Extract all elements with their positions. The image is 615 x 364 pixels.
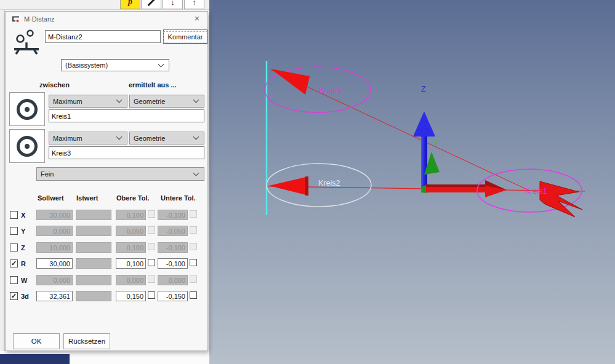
- untere-tol-R[interactable]: -0,100: [158, 258, 188, 269]
- comment-button[interactable]: Kommentar: [163, 30, 207, 44]
- untere-tol-checkbox-W: [190, 275, 197, 283]
- feature2-mode-select[interactable]: Maximum: [49, 132, 127, 144]
- untere-tol-checkbox-Z: [190, 243, 197, 250]
- tolerance-class-value: Fein: [37, 170, 194, 178]
- z-axis-label: Z: [421, 85, 426, 93]
- measurement-name-input[interactable]: [45, 30, 161, 43]
- sollwert-R[interactable]: 30,000: [36, 258, 73, 269]
- sollwert-3d[interactable]: 32,361: [36, 291, 73, 301]
- sollwert-Z: 10,000: [36, 242, 73, 253]
- tolerance-class-select[interactable]: Fein: [36, 167, 204, 181]
- pen-icon: [147, 0, 155, 6]
- istwert-W: [76, 275, 111, 285]
- chevron-down-icon: [193, 97, 199, 103]
- dialog-titlebar[interactable]: M-Distanz ×: [6, 12, 207, 26]
- row-label-R: R: [21, 260, 26, 267]
- obere-tol-X: 0,100: [116, 210, 146, 220]
- arrow-down-button[interactable]: ↓: [163, 0, 183, 9]
- z-axis-cone: [413, 111, 435, 136]
- row-checkbox-Y[interactable]: [10, 227, 18, 235]
- tolerance-row-3d: ✓3d32,3610,150-0,150: [6, 291, 209, 302]
- 3d-scene: Kreis3 Kreis2 Z Y Kreis1: [209, 0, 615, 364]
- coordinate-system-value: (Basissystem): [62, 61, 159, 69]
- feature2-source-value: Geometrie: [130, 135, 194, 142]
- row-label-Y: Y: [21, 228, 25, 235]
- pen-button[interactable]: [141, 0, 161, 9]
- obere-tol-W: 0,000: [116, 275, 146, 285]
- obere-tol-checkbox-3d[interactable]: [148, 291, 155, 299]
- obere-tol-checkbox-Z: [148, 243, 155, 250]
- kreis2-arrow-base-shade: [305, 176, 308, 196]
- feature2-button[interactable]: [9, 129, 45, 163]
- kreis2-normal-arrow: [269, 176, 308, 196]
- tolerance-row-X: X30,0000,100-0,100: [6, 210, 209, 221]
- untere-tol-3d[interactable]: -0,150: [158, 291, 188, 301]
- header-sollwert: Sollwert: [38, 194, 64, 202]
- untere-tol-checkbox-R[interactable]: [190, 259, 197, 266]
- chevron-down-icon: [116, 97, 123, 103]
- toolbar: p ↓ ↑: [120, 0, 204, 9]
- kreis3-label[interactable]: Kreis3: [319, 87, 340, 95]
- obere-tol-3d[interactable]: 0,150: [116, 291, 146, 301]
- chevron-down-icon: [116, 134, 123, 140]
- background-window-fragment: [0, 354, 70, 364]
- arrow-up-button[interactable]: ↑: [184, 0, 204, 9]
- arrow-down-icon: ↓: [171, 0, 175, 7]
- feature1-button[interactable]: [9, 92, 45, 126]
- untere-tol-checkbox-3d[interactable]: [190, 291, 197, 299]
- kreis2-label[interactable]: Kreis2: [318, 179, 340, 188]
- 3d-viewport[interactable]: Kreis3 Kreis2 Z Y Kreis1: [209, 0, 615, 364]
- kreis3-normal-arrow: [271, 69, 310, 95]
- obere-tol-checkbox-R[interactable]: [148, 259, 155, 266]
- chevron-down-icon: [158, 61, 164, 67]
- row-label-W: W: [21, 277, 27, 284]
- y-axis-label: Y: [433, 139, 438, 148]
- top-toolbar-strip: p ↓ ↑: [0, 0, 209, 10]
- ok-button[interactable]: OK: [13, 333, 60, 349]
- feature1-name-input[interactable]: [49, 109, 204, 122]
- feature1-source-select[interactable]: Geometrie: [129, 95, 204, 108]
- tolerance-row-W: W0,0000,0000,000: [6, 275, 209, 286]
- distance-measurement-icon: [12, 29, 41, 56]
- row-checkbox-X[interactable]: [10, 211, 18, 219]
- sollwert-W: 0,000: [36, 275, 73, 285]
- between-label: zwischen: [39, 81, 70, 89]
- feature1-mode-select[interactable]: Maximum: [49, 95, 127, 108]
- chevron-down-icon: [193, 134, 199, 140]
- untere-tol-W: 0,000: [158, 275, 188, 285]
- coordinate-system-select[interactable]: (Basissystem): [61, 59, 169, 71]
- determined-from-label: ermittelt aus ...: [129, 81, 177, 89]
- row-label-Z: Z: [21, 244, 25, 251]
- close-icon[interactable]: ×: [191, 13, 203, 24]
- row-checkbox-3d[interactable]: ✓: [10, 292, 18, 300]
- left-panel-edge: [0, 0, 5, 364]
- dialog-title: M-Distanz: [24, 15, 55, 23]
- header-untere-tol: Untere Tol.: [161, 194, 196, 202]
- x-axis-shaft-shade: [426, 184, 486, 187]
- probe-button[interactable]: p: [120, 0, 140, 9]
- obere-tol-R[interactable]: 0,100: [116, 258, 146, 269]
- header-istwert: Istwert: [76, 194, 98, 202]
- feature2-source-select[interactable]: Geometrie: [129, 132, 204, 144]
- row-checkbox-W[interactable]: [10, 276, 18, 284]
- row-label-3d: 3d: [21, 293, 29, 300]
- obere-tol-checkbox-Y: [148, 226, 155, 234]
- istwert-3d: [76, 291, 111, 301]
- circle-feature-icon: [17, 136, 38, 157]
- obere-tol-Y: 0,050: [116, 226, 146, 236]
- dialog-icon: [11, 15, 21, 23]
- untere-tol-Z: -0,100: [158, 242, 188, 253]
- reset-button[interactable]: Rücksetzen: [63, 333, 110, 349]
- arrow-up-icon: ↑: [192, 0, 196, 7]
- chevron-down-icon: [193, 170, 199, 176]
- obere-tol-Z: 0,100: [116, 242, 146, 253]
- feature2-name-input[interactable]: [49, 146, 204, 159]
- istwert-X: [76, 210, 111, 220]
- untere-tol-X: -0,100: [158, 210, 188, 220]
- kreis1-label[interactable]: Kreis1: [525, 187, 547, 196]
- row-checkbox-R[interactable]: ✓: [10, 259, 18, 267]
- feature2-mode-value: Maximum: [49, 135, 117, 142]
- row-checkbox-Z[interactable]: [10, 243, 18, 251]
- istwert-Z: [76, 242, 111, 253]
- istwert-R: [76, 258, 111, 269]
